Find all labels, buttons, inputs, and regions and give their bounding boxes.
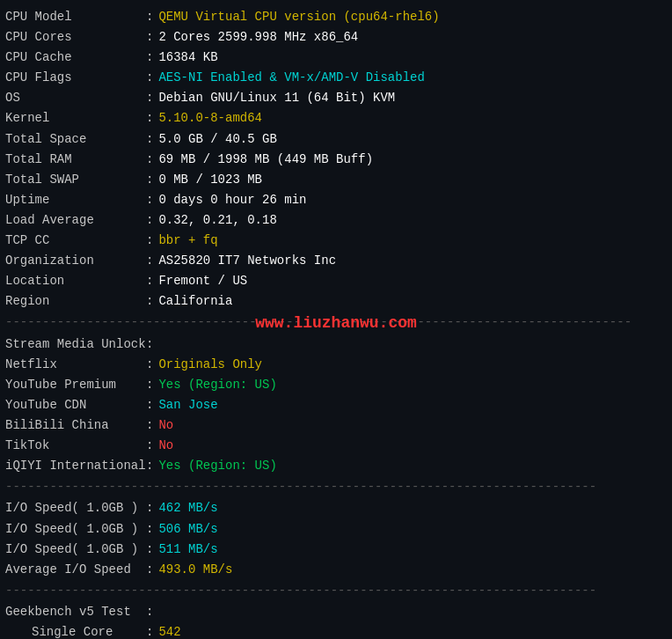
divider-watermark: ----------------------------------------… [5,312,667,334]
youtube-premium-row: YouTube Premium : Yes (Region: US) [5,375,667,395]
system-info-section: CPU Model : QEMU Virtual CPU version (cp… [5,7,667,312]
io-speed-1-value: 462 MB/s [158,498,217,518]
cpu-cores-value: 2 Cores 2599.998 MHz x86_64 [158,27,358,48]
uptime-row: Uptime : 0 days 0 hour 26 min [5,190,667,210]
location-value: Fremont / US [158,271,247,291]
location-row: Location : Fremont / US [5,271,667,291]
io-speed-3-row: I/O Speed( 1.0GB ) : 511 MB/s [5,540,667,560]
cpu-cache-row: CPU Cache : 16384 KB [5,48,667,68]
cpu-flags-value: AES-NI Enabled & VM-x/AMD-V Disabled [158,68,424,88]
netflix-value: Originals Only [158,355,262,375]
uptime-value: 0 days 0 hour 26 min [158,190,306,210]
cpu-model-value: QEMU Virtual CPU version (cpu64-rhel6) [158,7,439,27]
terminal: CPU Model : QEMU Virtual CPU version (cp… [5,7,667,639]
youtube-premium-label: YouTube Premium [5,375,146,395]
os-value: Debian GNU/Linux 11 (64 Bit) KVM [158,88,395,108]
organization-row: Organization : AS25820 IT7 Networks Inc [5,251,667,271]
cpu-cores-row: CPU Cores : 2 Cores 2599.998 MHz x86_64 [5,27,667,48]
geekbench-header-row: Geekbench v5 Test : [5,602,667,622]
bilibili-label: BiliBili China [5,415,146,436]
io-speed-2-label: I/O Speed( 1.0GB ) [5,519,146,540]
io-speed-2-value: 506 MB/s [158,519,217,540]
cpu-cache-label: CPU Cache [5,48,146,68]
total-space-row: Total Space : 5.0 GB / 40.5 GB [5,129,667,150]
avg-io-speed-label: Average I/O Speed [5,560,146,580]
region-label: Region [5,291,146,312]
cpu-cache-value: 16384 KB [158,48,217,68]
stream-media-section: Stream Media Unlock : Netflix : Original… [5,334,667,477]
iqiyi-row: iQIYI International : Yes (Region: US) [5,456,667,476]
youtube-cdn-value: San Jose [158,395,217,415]
uptime-label: Uptime [5,190,146,210]
bilibili-row: BiliBili China : No [5,415,667,436]
kernel-value: 5.10.0-8-amd64 [158,108,262,129]
stream-media-header-row: Stream Media Unlock : [5,334,667,355]
total-space-value: 5.0 GB / 40.5 GB [158,129,276,150]
tiktok-label: TikTok [5,436,146,456]
tiktok-value: No [158,436,173,456]
tiktok-row: TikTok : No [5,436,667,456]
cpu-cores-label: CPU Cores [5,27,146,48]
total-swap-value: 0 MB / 1023 MB [158,170,262,190]
single-core-row: Single Core : 542 [5,622,667,639]
single-core-value: 542 [158,622,180,639]
organization-value: AS25820 IT7 Networks Inc [158,251,336,271]
total-ram-label: Total RAM [5,150,146,170]
bilibili-value: No [158,415,173,436]
region-row: Region : California [5,291,667,312]
tcp-cc-value: bbr + fq [158,231,217,251]
kernel-row: Kernel : 5.10.0-8-amd64 [5,108,667,129]
geekbench-section: Geekbench v5 Test : Single Core : 542 Mu… [5,602,667,639]
youtube-cdn-label: YouTube CDN [5,395,146,415]
divider-3: ----------------------------------------… [5,580,667,602]
youtube-cdn-row: YouTube CDN : San Jose [5,395,667,415]
cpu-model-label: CPU Model [5,7,146,27]
total-ram-value: 69 MB / 1998 MB (449 MB Buff) [158,150,373,170]
netflix-label: Netflix [5,355,146,375]
divider-2: ----------------------------------------… [5,476,667,498]
io-speed-1-label: I/O Speed( 1.0GB ) [5,498,146,518]
location-label: Location [5,271,146,291]
organization-label: Organization [5,251,146,271]
tcp-cc-label: TCP CC [5,231,146,251]
iqiyi-label: iQIYI International [5,456,146,476]
io-speed-section: I/O Speed( 1.0GB ) : 462 MB/s I/O Speed(… [5,498,667,579]
cpu-flags-row: CPU Flags : AES-NI Enabled & VM-x/AMD-V … [5,68,667,88]
total-ram-row: Total RAM : 69 MB / 1998 MB (449 MB Buff… [5,150,667,170]
io-speed-3-label: I/O Speed( 1.0GB ) [5,540,146,560]
single-core-label: Single Core [5,622,146,639]
iqiyi-value: Yes (Region: US) [158,456,276,476]
total-space-label: Total Space [5,129,146,150]
avg-io-speed-value: 493.0 MB/s [158,560,232,580]
watermark-text: www.liuzhanwu.com [255,312,417,334]
load-average-value: 0.32, 0.21, 0.18 [158,210,276,231]
netflix-row: Netflix : Originals Only [5,355,667,375]
region-value: California [158,291,232,312]
total-swap-label: Total SWAP [5,170,146,190]
cpu-model-row: CPU Model : QEMU Virtual CPU version (cp… [5,7,667,27]
tcp-cc-row: TCP CC : bbr + fq [5,231,667,251]
io-speed-3-value: 511 MB/s [158,540,217,560]
os-row: OS : Debian GNU/Linux 11 (64 Bit) KVM [5,88,667,108]
os-label: OS [5,88,146,108]
cpu-flags-label: CPU Flags [5,68,146,88]
io-speed-1-row: I/O Speed( 1.0GB ) : 462 MB/s [5,498,667,518]
load-average-label: Load Average [5,210,146,231]
geekbench-header-label: Geekbench v5 Test [5,602,146,622]
total-swap-row: Total SWAP : 0 MB / 1023 MB [5,170,667,190]
io-speed-2-row: I/O Speed( 1.0GB ) : 506 MB/s [5,519,667,540]
youtube-premium-value: Yes (Region: US) [158,375,276,395]
stream-media-header-label: Stream Media Unlock [5,334,146,355]
avg-io-speed-row: Average I/O Speed : 493.0 MB/s [5,560,667,580]
load-average-row: Load Average : 0.32, 0.21, 0.18 [5,210,667,231]
kernel-label: Kernel [5,108,146,129]
